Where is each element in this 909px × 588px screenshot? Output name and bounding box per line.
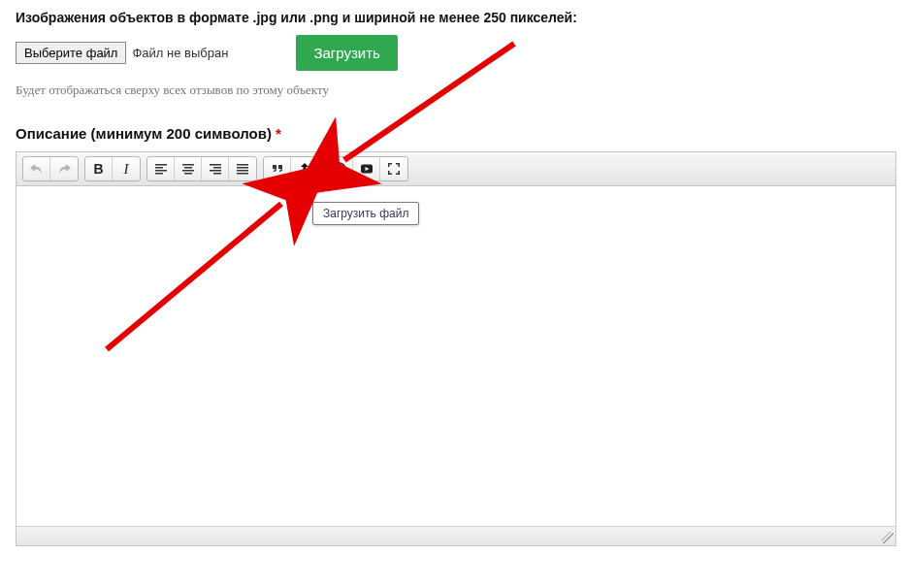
align-right-button[interactable] (202, 157, 229, 180)
editor-toolbar: B I (16, 152, 895, 186)
bold-button[interactable]: B (85, 157, 113, 180)
align-center-icon (180, 161, 196, 177)
toolbar-media-group (325, 156, 408, 181)
svg-point-2 (336, 167, 338, 169)
svg-point-1 (334, 163, 345, 175)
description-label: Описание (минимум 200 символов) * (16, 125, 893, 142)
toolbar-history-group (22, 156, 79, 181)
redo-button[interactable] (50, 157, 78, 180)
toolbar-align-group (146, 156, 257, 181)
undo-button[interactable] (23, 157, 50, 180)
choose-file-button[interactable]: Выберите файл (16, 42, 126, 64)
align-right-icon (208, 161, 223, 177)
upload-file-tooltip: Загрузить файл (312, 202, 419, 225)
required-mark: * (276, 125, 281, 142)
toolbar-format-group: B I (84, 156, 141, 181)
upload-hint: Будет отображаться сверху всех отзывов п… (16, 82, 893, 98)
align-left-icon (153, 161, 169, 177)
upload-file-icon (297, 161, 312, 177)
fullscreen-icon (386, 161, 402, 177)
editor-footer (16, 526, 895, 545)
undo-icon (29, 161, 45, 177)
image-upload-label: Изображения объектов в формате .jpg или … (16, 10, 893, 25)
svg-rect-0 (300, 173, 309, 175)
align-justify-button[interactable] (229, 157, 256, 180)
file-row: Выберите файл Файл не выбран Загрузить (16, 35, 893, 71)
upload-file-button[interactable] (291, 157, 318, 180)
italic-button[interactable]: I (113, 157, 140, 180)
emoji-button[interactable] (326, 157, 353, 180)
svg-point-3 (341, 167, 342, 169)
editor: B I (16, 151, 896, 546)
redo-icon (56, 161, 72, 177)
fullscreen-button[interactable] (380, 157, 407, 180)
editor-textarea[interactable] (16, 186, 895, 526)
quote-icon (270, 161, 285, 177)
align-justify-icon (235, 161, 250, 177)
align-center-button[interactable] (175, 157, 202, 180)
emoji-icon (332, 161, 347, 177)
align-left-button[interactable] (147, 157, 175, 180)
video-button[interactable] (353, 157, 380, 180)
resize-handle[interactable] (882, 532, 893, 543)
file-status-text: Файл не выбран (132, 46, 228, 60)
toolbar-insert-group (263, 156, 319, 181)
upload-button[interactable]: Загрузить (296, 35, 398, 71)
video-icon (359, 161, 374, 177)
description-label-text: Описание (минимум 200 символов) (16, 125, 272, 142)
quote-button[interactable] (264, 157, 291, 180)
